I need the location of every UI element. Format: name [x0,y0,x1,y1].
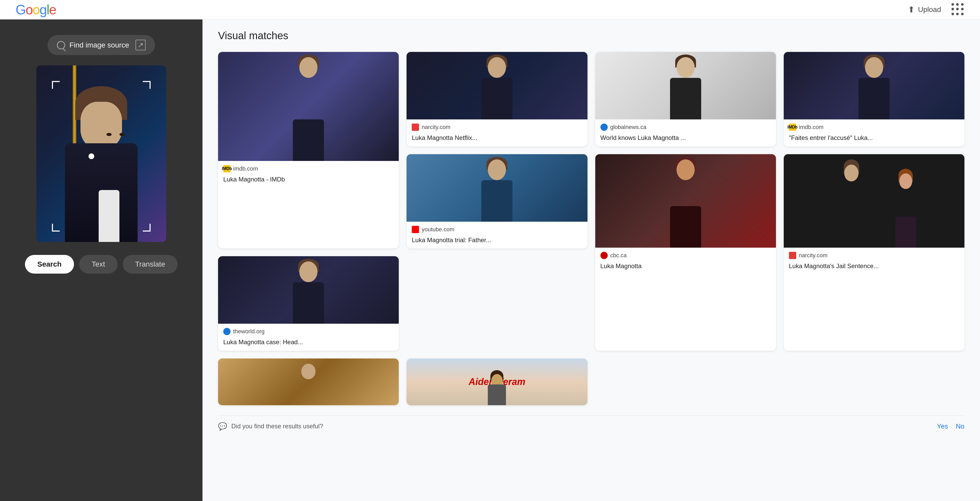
grid-dot [956,8,959,10]
translate-button-label: Translate [135,260,165,268]
match-title-6: Luka Magnotta case: Head... [223,338,393,347]
source-line: youtube.com [412,226,582,233]
grid-dot [951,8,954,10]
match-card-1[interactable]: IMDb imdb.com Luka Magnotta - IMDb [218,52,399,248]
text-button[interactable]: Text [79,255,117,274]
figure [407,154,587,222]
find-image-source-button[interactable]: Find image source [48,35,155,55]
source-name: theworld.org [233,328,264,335]
match-title-2: Luka Magnotta Netflix... [412,134,582,142]
source-name: narcity.com [799,252,827,259]
right-panel: Visual matches IMDb imdb.com Luka M [202,19,980,501]
head [865,57,883,78]
match-title-4: "Faites entrer l'accusé" Luka... [789,134,959,142]
figure [784,52,964,119]
feedback-question: Did you find these results useful? [231,423,323,430]
body-a [488,385,506,405]
apps-grid-button[interactable] [951,3,964,16]
search-button-label: Search [37,260,62,268]
head [301,364,316,379]
narcity-favicon [789,252,796,259]
header-right: ⬆ Upload [908,3,964,16]
grid-dot [956,13,959,15]
match-image-5 [407,154,587,222]
google-logo[interactable]: Google [16,2,56,17]
head [299,57,318,78]
visual-matches-title: Visual matches [218,30,964,41]
match-image-7 [595,154,776,248]
match-card-2[interactable]: narcity.com Luka Magnotta Netflix... [407,52,587,146]
imdb-favicon: IMDb [789,124,796,131]
face [81,102,122,148]
match-image-2 [407,52,587,119]
bottom-buttons: Search Text Translate [25,255,178,274]
body-s [840,211,863,248]
match-card-8[interactable]: narcity.com Luka Magnotta's Jail Sentenc… [784,154,964,351]
search-button[interactable]: Search [25,255,74,274]
left-panel: Find image source [0,19,202,501]
upload-label: Upload [918,5,941,14]
matches-grid: IMDb imdb.com Luka Magnotta - IMDb [218,52,964,405]
match-card-4[interactable]: IMDb imdb.com "Faites entrer l'accusé" L… [784,52,964,146]
source-line: IMDb imdb.com [223,165,393,172]
figure [595,52,776,119]
feedback-text: 💬 Did you find these results useful? [218,422,323,431]
eye-right [119,133,125,136]
grid-dot [956,3,959,6]
head-r [899,173,912,189]
cbc-favicon [600,252,608,259]
head [676,159,695,180]
body [481,78,512,119]
find-image-label: Find image source [69,41,129,49]
match-info-8: narcity.com Luka Magnotta's Jail Sentenc… [784,248,964,275]
match-info-6: theworld.org Luka Magnotta case: Head... [218,324,399,351]
match-info-2: narcity.com Luka Magnotta Netflix... [407,119,587,146]
match-info-3: globalnews.ca World knows Luka Magnotta … [595,119,776,146]
match-image-9 [218,358,399,405]
match-info-5: youtube.com Luka Magnotta trial: Father.… [407,222,587,249]
grid-dot [961,8,964,10]
grid-dot [961,13,964,15]
uploaded-image-container [37,65,166,242]
source-name: narcity.com [422,124,450,130]
match-title-8: Luka Magnotta's Jail Sentence... [789,262,959,270]
source-name: imdb.com [233,165,258,172]
match-card-7[interactable]: cbc.ca Luka Magnotta [595,154,776,351]
globe-favicon [600,124,608,131]
upload-icon: ⬆ [908,5,915,14]
source-line: theworld.org [223,328,393,335]
imdb-favicon: IMDb [223,165,231,172]
globe-favicon [223,328,231,335]
source-line: IMDb imdb.com [789,124,959,131]
feedback-bar: 💬 Did you find these results useful? Yes… [218,415,964,437]
upload-button[interactable]: ⬆ Upload [908,5,941,14]
source-line: narcity.com [789,252,959,259]
match-card-3[interactable]: globalnews.ca World knows Luka Magnotta … [595,52,776,146]
source-name: cbc.ca [610,252,627,259]
match-title-7: Luka Magnotta [600,262,771,270]
match-card-5[interactable]: youtube.com Luka Magnotta trial: Father.… [407,154,587,249]
match-info-7: cbc.ca Luka Magnotta [595,248,776,275]
match-card-6[interactable]: theworld.org Luka Magnotta case: Head... [218,256,399,351]
jacket [65,143,138,242]
figure-aiden [487,369,507,405]
corner-tr [143,81,151,89]
figure [784,154,964,248]
match-image-4 [784,52,964,119]
match-card-9[interactable] [218,358,399,405]
feedback-icon: 💬 [218,422,227,431]
head [299,261,318,282]
body-r [896,216,916,248]
corner-br [143,224,151,232]
source-line: cbc.ca [600,252,771,259]
figure [218,52,399,161]
figure [407,52,587,119]
feedback-yes-button[interactable]: Yes [937,422,948,430]
match-card-aiden[interactable]: Aiden Veram [407,358,587,405]
match-image-3 [595,52,776,119]
source-name: imdb.com [799,124,824,130]
feedback-no-button[interactable]: No [956,422,964,430]
match-image-1 [218,52,399,161]
feedback-actions: Yes No [937,422,964,430]
translate-button[interactable]: Translate [123,255,178,274]
